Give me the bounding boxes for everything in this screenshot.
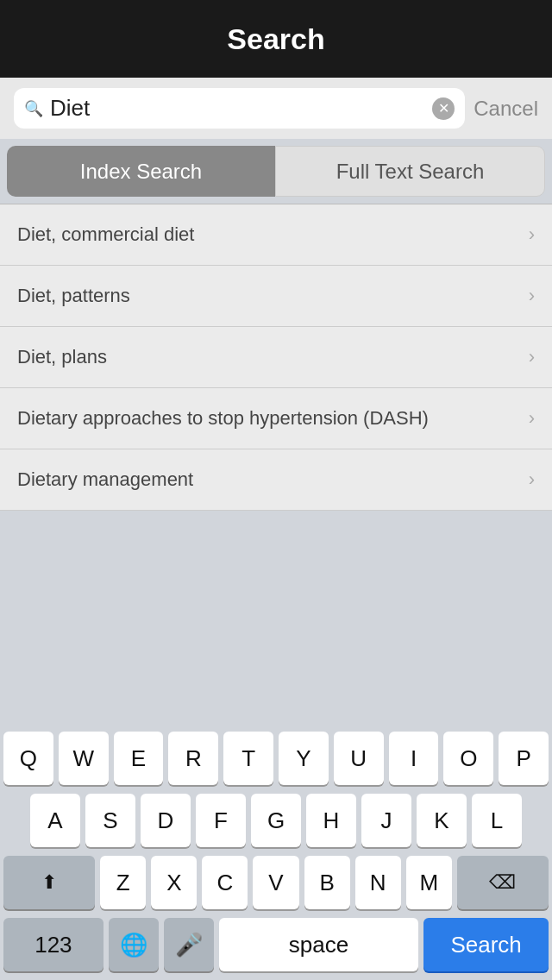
result-text: Diet, commercial diet [17, 223, 520, 246]
key-h[interactable]: H [306, 794, 356, 847]
key-r[interactable]: R [168, 732, 218, 785]
globe-key[interactable]: 🌐 [109, 918, 159, 971]
chevron-right-icon: › [529, 346, 535, 368]
result-text: Diet, plans [17, 346, 520, 368]
key-b[interactable]: B [304, 856, 350, 909]
shift-key[interactable]: ⬆ [3, 856, 95, 909]
key-f[interactable]: F [196, 794, 246, 847]
page-title: Search [227, 22, 324, 56]
keyboard-row-3: ⬆ZXCVBNM⌫ [3, 856, 549, 909]
key-v[interactable]: V [253, 856, 298, 909]
key-u[interactable]: U [334, 732, 384, 785]
num-key[interactable]: 123 [3, 918, 104, 971]
chevron-right-icon: › [529, 285, 535, 307]
key-l[interactable]: L [472, 794, 522, 847]
search-input[interactable] [50, 95, 425, 122]
result-item[interactable]: Diet, patterns› [0, 266, 552, 327]
result-text: Dietary approaches to stop hypertension … [17, 407, 520, 430]
keyboard-row-2: ASDFGHJKL [3, 794, 549, 847]
key-a[interactable]: A [30, 794, 80, 847]
app-header: Search [0, 0, 552, 78]
key-z[interactable]: Z [100, 856, 146, 909]
key-s[interactable]: S [85, 794, 135, 847]
results-list: Diet, commercial diet›Diet, patterns›Die… [0, 204, 552, 511]
index-search-tab[interactable]: Index Search [7, 146, 275, 197]
key-q[interactable]: Q [3, 732, 53, 785]
key-e[interactable]: E [114, 732, 164, 785]
key-n[interactable]: N [355, 856, 401, 909]
chevron-right-icon: › [529, 223, 535, 246]
key-m[interactable]: M [406, 856, 452, 909]
search-icon: 🔍 [24, 99, 43, 118]
cancel-button[interactable]: Cancel [474, 97, 538, 121]
result-item[interactable]: Dietary management› [0, 449, 552, 511]
key-d[interactable]: D [141, 794, 191, 847]
chevron-right-icon: › [529, 468, 535, 491]
keyboard-row-bottom: 123 🌐 🎤 space Search [3, 918, 549, 971]
search-input-wrap: 🔍 ✕ [14, 88, 465, 129]
key-x[interactable]: X [151, 856, 197, 909]
segment-control: Index Search Full Text Search [0, 139, 552, 204]
result-text: Diet, patterns [17, 285, 520, 307]
result-item[interactable]: Diet, commercial diet› [0, 204, 552, 266]
key-g[interactable]: G [251, 794, 301, 847]
clear-button[interactable]: ✕ [432, 97, 455, 120]
key-k[interactable]: K [417, 794, 467, 847]
key-o[interactable]: O [443, 732, 493, 785]
result-item[interactable]: Diet, plans› [0, 327, 552, 388]
search-bar: 🔍 ✕ Cancel [0, 78, 552, 139]
microphone-key[interactable]: 🎤 [164, 918, 214, 971]
delete-key[interactable]: ⌫ [457, 856, 549, 909]
key-c[interactable]: C [202, 856, 248, 909]
key-w[interactable]: W [59, 732, 109, 785]
key-p[interactable]: P [499, 732, 549, 785]
keyboard: QWERTYUIOP ASDFGHJKL ⬆ZXCVBNM⌫ 123 🌐 🎤 s… [0, 723, 552, 980]
search-key[interactable]: Search [423, 918, 549, 971]
full-text-search-tab[interactable]: Full Text Search [275, 146, 545, 197]
result-item[interactable]: Dietary approaches to stop hypertension … [0, 388, 552, 449]
keyboard-row-1: QWERTYUIOP [3, 732, 549, 785]
key-t[interactable]: T [223, 732, 273, 785]
space-key[interactable]: space [219, 918, 419, 971]
key-i[interactable]: I [389, 732, 439, 785]
key-y[interactable]: Y [279, 732, 329, 785]
chevron-right-icon: › [529, 407, 535, 430]
key-j[interactable]: J [361, 794, 411, 847]
result-text: Dietary management [17, 468, 520, 491]
